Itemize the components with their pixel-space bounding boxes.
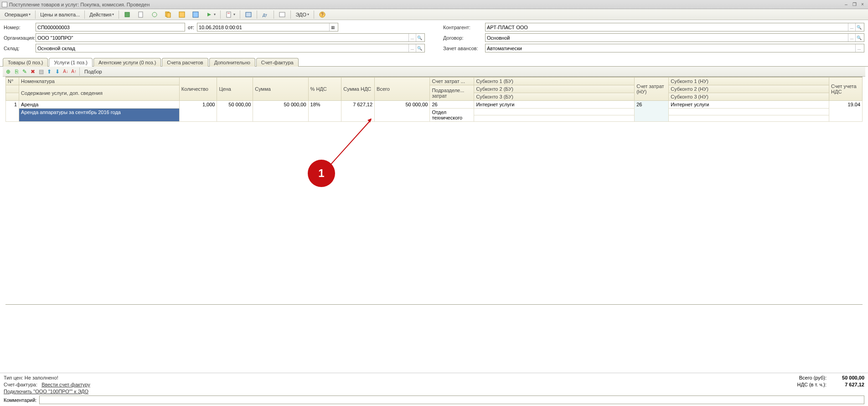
tab-tovary[interactable]: Товары (0 поз.)	[3, 58, 48, 67]
cell-zatrat[interactable]: 26	[430, 101, 474, 109]
toggle-icon[interactable]: ▤	[37, 68, 45, 75]
sort-asc-icon[interactable]: A↓	[62, 68, 69, 75]
move-down-icon[interactable]: ⬇	[54, 68, 61, 75]
col-nds-pct[interactable]: % НДС	[308, 78, 341, 101]
col-total[interactable]: Всего	[375, 78, 430, 101]
cell-nds-sum[interactable]: 7 627,12	[341, 101, 375, 122]
zachet-input[interactable]: Автоматически...	[485, 44, 864, 52]
cell-nds-acc[interactable]: 19.04	[829, 101, 863, 122]
search-icon[interactable]: 🔍	[416, 44, 423, 52]
svg-rect-0	[125, 12, 129, 17]
col-nds-sum[interactable]: Сумма НДС	[341, 78, 375, 101]
cell-qty[interactable]: 1,000	[179, 101, 217, 122]
edo-menu[interactable]: ЭДО▾	[293, 11, 312, 18]
calendar-icon[interactable]: ▦	[329, 23, 336, 31]
tab-dop[interactable]: Дополнительно	[209, 58, 255, 67]
tool-icon-1[interactable]	[121, 10, 134, 19]
book-icon	[245, 11, 252, 18]
tab-scheta[interactable]: Счета расчетов	[162, 58, 208, 67]
col-zatrat-sub[interactable]: Подразделе... затрат	[430, 85, 474, 101]
col-nomen-sub[interactable]: Содержание услуги, доп. сведения	[19, 85, 180, 101]
cell-zatrat-sub[interactable]: Отдел технического	[430, 109, 474, 122]
actions-menu[interactable]: Действия▾	[87, 11, 117, 18]
cell-sub3nu[interactable]	[669, 115, 829, 122]
tab-uslugi[interactable]: Услуги (1 поз.)	[49, 58, 92, 67]
svg-rect-4	[167, 13, 170, 17]
grid[interactable]: N° Номенклатура Количество Цена Сумма % …	[5, 77, 863, 305]
ellipsis-icon[interactable]: ...	[408, 44, 416, 52]
cell-price[interactable]: 50 000,00	[217, 101, 253, 122]
cell-nomen[interactable]: Аренда	[19, 101, 180, 109]
col-zatrat-nu[interactable]: Счет затрат (НУ)	[635, 78, 669, 101]
ellipsis-icon[interactable]: ...	[408, 34, 416, 42]
col-sub2nu[interactable]: Субконто 2 (НУ)	[669, 85, 829, 93]
cell-total[interactable]: 50 000,00	[375, 101, 430, 122]
delete-row-icon[interactable]: ✖	[29, 68, 36, 75]
move-up-icon[interactable]: ⬆	[46, 68, 53, 75]
cell-sum[interactable]: 50 000,00	[253, 101, 308, 122]
window-title: Поступление товаров и услуг: Покупка, ко…	[9, 2, 842, 7]
cell-sub2nu[interactable]	[669, 109, 829, 115]
sklad-input[interactable]: Основной склад...🔍	[36, 44, 425, 52]
tool-icon-7[interactable]: ▾	[203, 10, 218, 19]
contr-input[interactable]: АРТ-ПЛАСТ ООО...🔍	[485, 23, 864, 31]
col-sub2bu[interactable]: Субконто 2 (БУ)	[474, 85, 635, 93]
play-icon	[124, 11, 131, 18]
tool-icon-3[interactable]	[148, 10, 161, 19]
cell-sub2bu[interactable]	[474, 109, 635, 115]
cell-nomen-sub[interactable]: Аренда аппаратуры за сентябрь 2016 года	[19, 109, 180, 122]
col-qty[interactable]: Количество	[179, 78, 217, 101]
cell-sub1bu[interactable]: Интернет услуги	[474, 101, 635, 109]
podbor-button[interactable]: Подбор	[82, 68, 105, 75]
tool-icon-11[interactable]	[276, 10, 289, 19]
maximize-button[interactable]: ❐	[851, 1, 858, 8]
ellipsis-icon[interactable]: ...	[848, 23, 855, 31]
help-button[interactable]: ?	[316, 10, 329, 19]
cell-zatrat-nu[interactable]: 26	[635, 101, 669, 122]
close-button[interactable]: ×	[859, 1, 866, 8]
tab-agent[interactable]: Агентские услуги (0 поз.)	[93, 58, 161, 67]
table-row[interactable]: 1 Аренда 1,000 50 000,00 50 000,00 18% 7…	[6, 101, 863, 109]
col-sub3nu[interactable]: Субконто 3 (НУ)	[669, 93, 829, 101]
edit-row-icon[interactable]: ✎	[21, 68, 28, 75]
prices-button[interactable]: Цены и валюта...	[37, 11, 83, 18]
sort-desc-icon[interactable]: A↑	[70, 68, 78, 75]
col-nds-acc[interactable]: Счет учета НДС	[829, 78, 863, 101]
date-input[interactable]: 10.06.2018 0:00:01▦	[197, 23, 338, 31]
col-n[interactable]: N°	[6, 78, 19, 85]
number-input[interactable]: СП000000003	[36, 23, 185, 31]
titlebar: Поступление товаров и услуг: Покупка, ко…	[0, 0, 868, 9]
ellipsis-icon[interactable]: ...	[848, 34, 855, 42]
col-nomen[interactable]: Номенклатура	[19, 78, 180, 85]
col-price[interactable]: Цена	[217, 78, 253, 101]
col-sub3bu[interactable]: Субконто 3 (БУ)	[474, 93, 635, 101]
cell-sub3bu[interactable]	[474, 115, 635, 122]
cell-nds-pct[interactable]: 18%	[308, 101, 341, 122]
add-copy-icon[interactable]: ⎘	[13, 68, 20, 75]
col-sum[interactable]: Сумма	[253, 78, 308, 101]
col-sub1bu[interactable]: Субконто 1 (БУ)	[474, 78, 635, 85]
add-row-icon[interactable]: ⊕	[5, 68, 12, 75]
tool-icon-8[interactable]: ▾	[222, 10, 238, 19]
tool-icon-2[interactable]	[134, 10, 147, 19]
minimize-button[interactable]: –	[842, 1, 850, 8]
search-icon[interactable]: 🔍	[855, 34, 863, 42]
tool-icon-4[interactable]	[162, 10, 175, 19]
tool-icon-6[interactable]	[189, 10, 202, 19]
tool-icon-9[interactable]	[242, 10, 255, 19]
tool-icon-5[interactable]	[176, 10, 188, 19]
cell-sub1nu[interactable]: Интернет услуги	[669, 101, 829, 109]
ellipsis-icon[interactable]: ...	[855, 44, 863, 52]
col-zatrat[interactable]: Счет затрат ...	[430, 78, 474, 85]
search-icon[interactable]: 🔍	[416, 34, 423, 42]
tool-icon-10[interactable]: Дт	[259, 10, 272, 19]
operation-menu[interactable]: Операция▾	[2, 11, 33, 18]
table-row[interactable]: Аренда аппаратуры за сентябрь 2016 года …	[6, 109, 863, 115]
dogovor-input[interactable]: Основной...🔍	[485, 33, 864, 42]
org-input[interactable]: ООО "100ПРО"...🔍	[36, 33, 425, 42]
col-sub1nu[interactable]: Субконто 1 (НУ)	[669, 78, 829, 85]
cell-n: 1	[6, 101, 19, 122]
search-icon[interactable]: 🔍	[855, 23, 863, 31]
help-icon: ?	[319, 11, 326, 18]
tab-sf[interactable]: Счет-фактура	[256, 58, 299, 67]
